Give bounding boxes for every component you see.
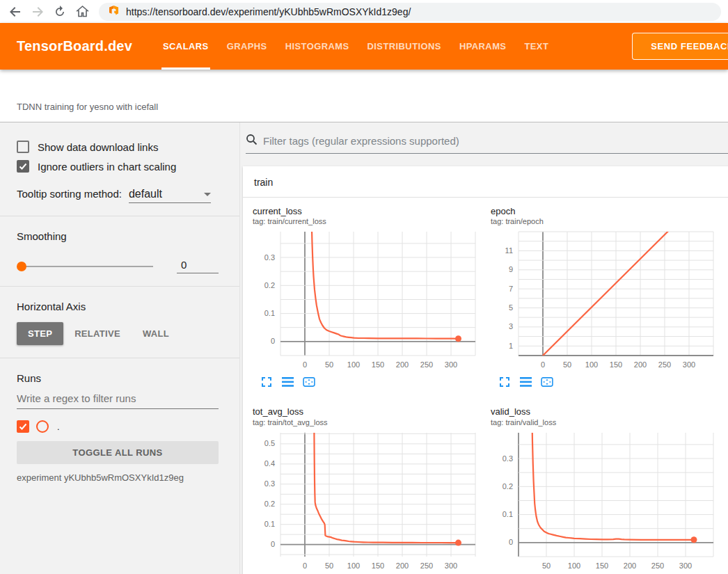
main-content: train current_losstag: train/current_los… <box>240 122 728 574</box>
svg-text:100: 100 <box>585 360 598 369</box>
svg-text:0.2: 0.2 <box>264 281 275 289</box>
back-icon[interactable] <box>7 3 24 20</box>
chart-card-current_loss: current_losstag: train/current_loss05010… <box>253 206 488 388</box>
svg-text:0: 0 <box>303 360 307 369</box>
horizontal-axis-section: Horizontal Axis STEP RELATIVE WALL <box>0 287 239 358</box>
tab-text[interactable]: TEXT <box>524 23 548 70</box>
axis-step-button[interactable]: STEP <box>17 322 63 345</box>
expand-chart-icon[interactable] <box>261 376 274 388</box>
svg-text:0: 0 <box>509 538 513 546</box>
svg-text:0: 0 <box>271 540 275 548</box>
svg-text:50: 50 <box>563 360 571 369</box>
settings-sidebar: Show data download links Ignore outliers… <box>0 122 240 574</box>
series-end-dot <box>455 336 461 342</box>
show-download-links-checkbox[interactable] <box>17 141 29 153</box>
train-section-card: train current_losstag: train/current_los… <box>243 166 728 574</box>
svg-text:200: 200 <box>634 360 647 369</box>
chart-plot[interactable]: 05010015020025030000.10.20.30.40.5 <box>253 429 488 573</box>
filter-tags-input[interactable] <box>263 135 728 147</box>
tooltip-sorting-label: Tooltip sorting method: <box>17 188 122 200</box>
toggle-all-runs-button[interactable]: TOGGLE ALL RUNS <box>17 441 219 464</box>
tooltip-sorting-dropdown[interactable]: default <box>129 188 211 203</box>
axis-wall-button[interactable]: WALL <box>132 322 180 345</box>
svg-text:50: 50 <box>325 360 333 369</box>
svg-text:0: 0 <box>271 337 275 346</box>
chart-tag: tag: train/tot_avg_loss <box>253 418 488 426</box>
svg-text:0.5: 0.5 <box>264 439 275 447</box>
fit-domain-icon[interactable] <box>303 376 315 388</box>
svg-text:150: 150 <box>610 360 622 369</box>
tab-graphs[interactable]: GRAPHS <box>227 23 267 70</box>
run-list-item[interactable]: . <box>17 420 219 433</box>
chart-plot[interactable]: 0501001502002503001357911 <box>491 228 726 372</box>
smoothing-value-input[interactable] <box>177 259 219 273</box>
reload-icon[interactable] <box>52 3 68 20</box>
svg-text:300: 300 <box>445 360 457 369</box>
smoothing-label: Smoothing <box>17 230 219 242</box>
svg-text:0.2: 0.2 <box>264 500 275 508</box>
show-download-links-row[interactable]: Show data download links <box>17 141 219 153</box>
fit-domain-icon[interactable] <box>541 376 553 388</box>
svg-text:150: 150 <box>596 561 608 570</box>
run-visibility-checkbox[interactable] <box>17 420 29 433</box>
ignore-outliers-checkbox[interactable] <box>17 160 29 173</box>
experiment-caption: experiment yKUbhb5wRmOSXYkId1z9eg <box>17 472 219 483</box>
chart-card-epoch: epochtag: train/epoch0501001502002503001… <box>491 206 726 388</box>
chart-title: valid_loss <box>491 406 726 417</box>
svg-text:200: 200 <box>624 561 636 570</box>
svg-text:0.1: 0.1 <box>264 309 275 317</box>
forward-icon[interactable] <box>29 3 46 20</box>
tensorboard-favicon-icon <box>109 5 119 18</box>
svg-text:100: 100 <box>568 561 580 570</box>
smoothing-slider[interactable] <box>18 266 153 267</box>
train-section-header[interactable]: train <box>243 166 728 198</box>
smoothing-section: Smoothing <box>0 216 239 287</box>
smoothing-slider-thumb[interactable] <box>17 262 26 271</box>
svg-text:1: 1 <box>509 342 513 350</box>
svg-text:300: 300 <box>679 561 692 570</box>
tab-scalars[interactable]: SCALARS <box>163 23 209 70</box>
chart-tag: tag: train/epoch <box>491 217 726 225</box>
general-settings-section: Show data download links Ignore outliers… <box>0 122 239 216</box>
chart-title: current_loss <box>253 206 488 217</box>
expand-chart-icon[interactable] <box>499 376 512 388</box>
experiment-subtitle-band: TDNN training for yesno with icefall <box>0 70 728 122</box>
svg-text:200: 200 <box>396 360 409 369</box>
svg-text:250: 250 <box>420 360 433 369</box>
runs-selector-icon[interactable] <box>282 376 294 388</box>
tab-hparams[interactable]: HPARAMS <box>459 23 507 70</box>
chart-toolbar <box>261 376 488 388</box>
ignore-outliers-label: Ignore outliers in chart scaling <box>38 161 176 173</box>
tab-distributions[interactable]: DISTRIBUTIONS <box>367 23 441 70</box>
svg-text:0: 0 <box>541 360 545 369</box>
horizontal-axis-label: Horizontal Axis <box>17 301 219 312</box>
chart-plot[interactable]: 5010015020025030000.10.20.3 <box>491 429 726 573</box>
chevron-down-icon <box>204 193 211 196</box>
runs-section: Runs . TOGGLE ALL RUNS experiment yKUbhb… <box>0 358 239 495</box>
axis-relative-button[interactable]: RELATIVE <box>63 322 132 345</box>
tab-histograms[interactable]: HISTOGRAMS <box>285 23 349 70</box>
svg-text:150: 150 <box>372 360 384 369</box>
search-icon <box>246 134 258 148</box>
chart-tag: tag: train/current_loss <box>253 217 488 225</box>
runs-selector-icon[interactable] <box>520 376 532 388</box>
address-bar[interactable]: https://tensorboard.dev/experiment/yKUbh… <box>99 3 721 21</box>
show-download-links-label: Show data download links <box>38 141 158 153</box>
chart-plot[interactable]: 05010015020025030000.10.20.3 <box>253 228 488 372</box>
browser-chrome: https://tensorboard.dev/experiment/yKUbh… <box>0 0 728 23</box>
ignore-outliers-row[interactable]: Ignore outliers in chart scaling <box>17 160 219 173</box>
svg-text:11: 11 <box>505 246 513 255</box>
svg-text:50: 50 <box>325 561 333 570</box>
run-color-circle-icon[interactable] <box>36 420 49 433</box>
url-text: https://tensorboard.dev/experiment/yKUbh… <box>126 6 411 17</box>
send-feedback-button[interactable]: SEND FEEDBACK <box>632 33 728 60</box>
chart-title: tot_avg_loss <box>253 406 488 417</box>
svg-text:250: 250 <box>420 561 433 570</box>
svg-text:9: 9 <box>509 266 513 274</box>
home-icon[interactable] <box>74 3 90 20</box>
svg-text:5: 5 <box>509 303 513 312</box>
svg-text:0.1: 0.1 <box>503 510 513 518</box>
svg-text:300: 300 <box>445 561 457 570</box>
train-section-title: train <box>254 177 273 188</box>
runs-filter-input[interactable] <box>17 387 219 409</box>
